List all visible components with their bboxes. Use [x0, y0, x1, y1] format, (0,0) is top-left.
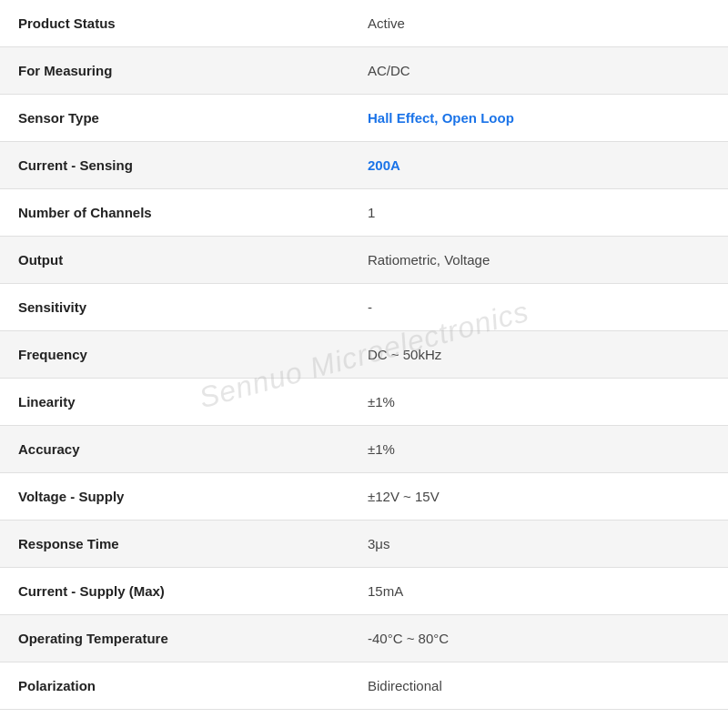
row-label: For Measuring: [0, 50, 349, 91]
row-label: Current - Sensing: [0, 145, 349, 186]
table-row: Operating Temperature-40°C ~ 80°C: [0, 615, 728, 662]
row-value: ±1%: [349, 381, 728, 422]
table-row: Response Time3μs: [0, 521, 728, 568]
table-row: PolarizationBidirectional: [0, 662, 728, 710]
row-value: Active: [349, 3, 728, 44]
row-label: Product Status: [0, 3, 349, 44]
table-row: For MeasuringAC/DC: [0, 47, 728, 95]
row-label: Voltage - Supply: [0, 476, 349, 517]
row-label: Number of Channels: [0, 192, 349, 233]
table-row: Product StatusActive: [0, 0, 728, 47]
table-row: OutputRatiometric, Voltage: [0, 237, 728, 284]
row-label: Output: [0, 239, 349, 280]
row-label: Frequency: [0, 334, 349, 375]
row-value: AC/DC: [349, 50, 728, 91]
row-value: -: [349, 287, 728, 328]
row-label: Sensitivity: [0, 287, 349, 328]
row-value: 1: [349, 192, 728, 233]
table-row: Current - Supply (Max)15mA: [0, 568, 728, 615]
table-row: Linearity±1%: [0, 379, 728, 426]
row-label: Sensor Type: [0, 97, 349, 138]
row-label: Response Time: [0, 523, 349, 564]
table-row: Accuracy±1%: [0, 426, 728, 473]
row-value: Bidirectional: [349, 665, 728, 706]
row-value[interactable]: Hall Effect, Open Loop: [349, 97, 728, 138]
table-row: Number of Channels1: [0, 189, 728, 237]
row-label: Linearity: [0, 381, 349, 422]
row-value: ±12V ~ 15V: [349, 476, 728, 517]
row-value: 3μs: [349, 523, 728, 564]
table-row: Sensitivity-: [0, 284, 728, 331]
row-label: Accuracy: [0, 429, 349, 470]
table-row: Voltage - Supply±12V ~ 15V: [0, 473, 728, 521]
row-value: Ratiometric, Voltage: [349, 239, 728, 280]
table-row: Current - Sensing200A: [0, 142, 728, 189]
row-label: Operating Temperature: [0, 618, 349, 659]
row-value[interactable]: 200A: [349, 145, 728, 186]
row-value: -40°C ~ 80°C: [349, 618, 728, 659]
table-row: FrequencyDC ~ 50kHz: [0, 331, 728, 379]
row-label: Polarization: [0, 665, 349, 706]
table-row: Sensor TypeHall Effect, Open Loop: [0, 95, 728, 142]
row-value: DC ~ 50kHz: [349, 334, 728, 375]
row-value: ±1%: [349, 429, 728, 470]
specs-table: Sennuo Microelectronics Product StatusAc…: [0, 0, 728, 710]
row-value: 15mA: [349, 571, 728, 612]
row-label: Current - Supply (Max): [0, 571, 349, 612]
